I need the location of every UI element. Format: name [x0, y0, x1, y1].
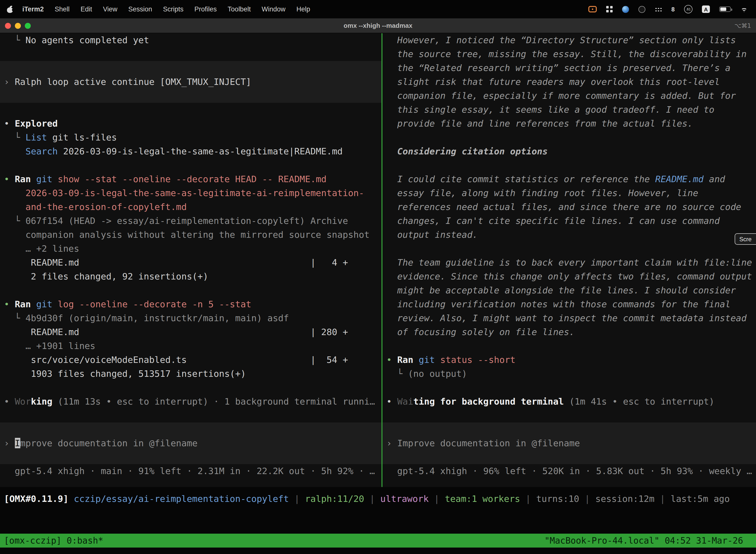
terminal-line: The team guideline is to back every impo… — [382, 256, 756, 270]
composer-input-left-line: › Improve documentation in @filename — [0, 436, 381, 450]
terminal-line: • Ran git log --oneline --decorate -n 5 … — [0, 297, 381, 311]
terminal-line: └ No agents completed yet — [0, 33, 381, 47]
terminal-line: I could cite commit statistics or refere… — [382, 172, 756, 186]
terminal-line: └ (no output) — [382, 367, 756, 381]
terminal-line: gpt-5.4 xhigh · main · 91% left · 2.31M … — [0, 464, 381, 478]
composer-input-right[interactable]: › Improve documentation in @filename — [382, 423, 756, 464]
terminal-line: Considering citation options — [382, 145, 756, 158]
terminal-line: of focusing solely on file lines. — [382, 325, 756, 339]
window-title-bar[interactable]: omx --xhigh --madmax ⌥⌘1 — [0, 18, 756, 33]
zoom-button[interactable] — [25, 22, 31, 29]
menu-item-shell[interactable]: Shell — [49, 5, 75, 13]
menu-bar-status-icons: 8.61A — [588, 5, 756, 13]
composer-input-left[interactable]: › Improve documentation in @filename — [0, 423, 381, 464]
terminal-line: review. Also, I might want to inspect th… — [382, 311, 756, 325]
terminal-line: this single essay, it seems like a good … — [382, 103, 756, 117]
model-status-line-left: gpt-5.4 xhigh · main · 91% left · 2.31M … — [0, 464, 381, 478]
macos-menu-bar: iTerm2ShellEditViewSessionScriptsProfile… — [0, 0, 756, 18]
terminal-line: essay file, along with finding root file… — [382, 186, 756, 200]
menu-item-view[interactable]: View — [98, 5, 123, 13]
dots-grid-icon[interactable] — [655, 7, 662, 12]
window-grid-icon[interactable] — [607, 6, 613, 12]
terminal-line — [0, 381, 381, 395]
terminal-line — [382, 242, 756, 256]
terminal-line: evidence. Since this change only affects… — [382, 270, 756, 283]
traffic-lights — [5, 18, 31, 33]
minimize-button[interactable] — [15, 22, 21, 29]
menu-item-profiles[interactable]: Profiles — [189, 5, 222, 13]
terminal-line: src/voice/voiceModeEnabled.ts | 54 + — [0, 353, 381, 367]
terminal-line: provide file and line references from th… — [382, 117, 756, 130]
terminal-line: • Explored — [0, 117, 381, 130]
terminal-line: › Improve documentation in @filename — [382, 436, 756, 450]
right-terminal-pane[interactable]: However, I noticed the “Directory Struct… — [382, 33, 756, 487]
terminal-line: README.md | 4 + — [0, 256, 381, 270]
terminal-line: Search 2026-03-09-is-legal-the-same-as-l… — [0, 145, 381, 158]
terminal-line: › Improve documentation in @filename — [0, 436, 381, 450]
injected-prompt-banner: › Ralph loop active continue [OMX_TMUX_I… — [0, 61, 381, 103]
terminal-line — [0, 158, 381, 172]
terminal-line: • Ran git show --stat --oneline --decora… — [0, 172, 381, 186]
menu-item-help[interactable]: Help — [291, 5, 316, 13]
terminal-line: └ 4b9d30f (origin/main, instructkr/main,… — [0, 311, 381, 325]
terminal-line: and-the-erosion-of-copyleft.md — [0, 200, 381, 214]
screen: iTerm2ShellEditViewSessionScriptsProfile… — [0, 0, 756, 554]
screen-recording-indicator-icon[interactable] — [588, 6, 597, 12]
menu-item-toolbelt[interactable]: Toolbelt — [222, 5, 256, 13]
menu-item-edit[interactable]: Edit — [75, 5, 98, 13]
terminal-line — [0, 103, 381, 117]
wifi-icon[interactable] — [740, 6, 748, 12]
terminal-line — [382, 408, 756, 423]
dark-app-icon[interactable] — [639, 6, 646, 13]
menu-items: iTerm2ShellEditViewSessionScriptsProfile… — [17, 5, 316, 13]
terminal-line: references need actual files, and since … — [382, 200, 756, 214]
key-8-icon[interactable]: 8 — [672, 6, 675, 13]
terminal-line — [382, 158, 756, 172]
terminal-line: └ List git ls-files — [0, 130, 381, 145]
bottom-status-area: [OMX#0.11.9] cczip/essay/ai-reimplementa… — [0, 487, 756, 554]
terminal-line: • Ran git status --short — [382, 353, 756, 367]
model-status-line-right: gpt-5.4 xhigh · 96% left · 520K in · 5.8… — [382, 464, 756, 478]
composer-input-right-line: › Improve documentation in @filename — [382, 436, 756, 450]
terminal-line — [0, 283, 381, 297]
screen-share-tooltip[interactable]: Scre — [735, 233, 756, 245]
window-shortcut-badge: ⌥⌘1 — [735, 18, 751, 33]
terminal-line — [382, 381, 756, 395]
terminal-line: companion file, especially if more comme… — [382, 89, 756, 103]
input-source-icon[interactable]: A — [702, 5, 710, 13]
terminal-line: └ 067f154 (HEAD -> essay/ai-reimplementa… — [0, 214, 381, 228]
terminal-line: README.md | 280 + — [0, 325, 381, 339]
terminal-line: changes, I can't cite specific file line… — [382, 214, 756, 228]
terminal-line — [382, 339, 756, 353]
agent-summary-left: └ No agents completed yet — [0, 33, 381, 61]
terminal-line: might be acceptable alongside the file l… — [382, 283, 756, 297]
terminal-line: gpt-5.4 xhigh · 96% left · 520K in · 5.8… — [382, 464, 756, 478]
terminal-line — [0, 47, 381, 61]
cpu-meter-icon[interactable]: .61 — [684, 5, 693, 13]
apple-menu-icon[interactable] — [7, 5, 14, 13]
tmux-session-window: [omx-cczip] 0:bash* — [0, 534, 103, 548]
terminal-line: › Ralph loop active continue [OMX_TMUX_I… — [0, 75, 381, 89]
menu-item-iterm2[interactable]: iTerm2 — [17, 5, 49, 13]
terminal-line: 1903 files changed, 513517 insertions(+) — [0, 367, 381, 381]
close-button[interactable] — [5, 22, 11, 29]
menu-item-session[interactable]: Session — [123, 5, 158, 13]
tmux-host-clock: "MacBook-Pro-44.local" 04:52 31-Mar-26 — [545, 534, 756, 548]
left-terminal-pane[interactable]: └ No agents completed yet › Ralph loop a… — [0, 33, 381, 487]
terminal-line — [0, 408, 381, 423]
menu-item-scripts[interactable]: Scripts — [158, 5, 189, 13]
agent-transcript-left: • Explored └ List git ls-files Search 20… — [0, 103, 381, 423]
terminal-line: However, I noticed the “Directory Struct… — [382, 33, 756, 47]
agent-reasoning-right: However, I noticed the “Directory Struct… — [382, 33, 756, 423]
terminal-line: companion analysis without altering the … — [0, 228, 381, 242]
omx-session-status-bar: [OMX#0.11.9] cczip/essay/ai-reimplementa… — [0, 492, 756, 506]
terminal-line: … +2 lines — [0, 242, 381, 256]
terminal-line: slight risk that future readers may over… — [382, 75, 756, 89]
terminal-line — [382, 130, 756, 145]
terminal-line: output instead. — [382, 228, 756, 242]
battery-icon[interactable] — [719, 6, 731, 12]
menu-bar-left: iTerm2ShellEditViewSessionScriptsProfile… — [0, 5, 316, 13]
terminal-line: 2026-03-09-is-legal-the-same-as-legitima… — [0, 186, 381, 200]
blue-app-icon[interactable] — [622, 6, 629, 13]
menu-item-window[interactable]: Window — [256, 5, 291, 13]
